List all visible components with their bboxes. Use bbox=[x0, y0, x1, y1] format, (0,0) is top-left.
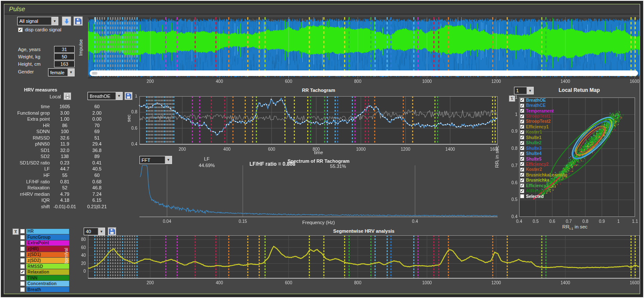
segment-legend-item[interactable]: ExtraPoint bbox=[20, 240, 69, 246]
checkbox-icon[interactable]: ✓ bbox=[520, 109, 524, 113]
segment-legend-item[interactable]: Breath bbox=[20, 286, 69, 292]
checkbox-icon[interactable]: ✓ bbox=[520, 125, 524, 129]
returnmap-legend-item[interactable]: Selected bbox=[520, 194, 568, 199]
checkbox-icon[interactable]: ✓ bbox=[20, 270, 25, 274]
height-field[interactable] bbox=[54, 61, 75, 67]
signal-select[interactable]: All signal ▼ bbox=[17, 17, 58, 25]
checkbox-icon[interactable]: ✓ bbox=[520, 183, 524, 188]
checkbox-icon[interactable]: ✓ bbox=[18, 27, 23, 32]
checkbox-icon[interactable]: ✓ bbox=[520, 167, 524, 172]
checkbox-icon[interactable]: ✓ bbox=[520, 98, 524, 102]
segment-legend-label: z(SD2) bbox=[26, 258, 69, 263]
hrv-row-other: 89 bbox=[78, 154, 116, 160]
segment-legend-xbar-button[interactable]: x̅ bbox=[12, 228, 19, 235]
copy-measures-button[interactable] bbox=[63, 92, 71, 100]
segment-legend-item[interactable]: z(HR) bbox=[20, 246, 69, 252]
weight-field[interactable] bbox=[54, 53, 75, 60]
returnmap-legend-item[interactable]: ✓StroopTest2 bbox=[520, 119, 568, 124]
checkbox-icon[interactable]: ✓ bbox=[520, 162, 524, 166]
checkbox-icon[interactable] bbox=[20, 287, 25, 292]
chevron-down-icon[interactable]: ▼ bbox=[115, 92, 122, 100]
checkbox-icon[interactable] bbox=[20, 264, 25, 269]
segment-legend-item[interactable]: RMSSD bbox=[20, 263, 69, 269]
returnmap-legend-item[interactable]: ✓Shulte5 bbox=[520, 156, 568, 161]
segment-legend-item[interactable]: z(SD1) bbox=[20, 252, 69, 258]
xbar-icon: x̅ bbox=[15, 229, 17, 234]
segment-legend-item[interactable]: ✓Relaxation bbox=[20, 269, 69, 275]
disp-cardio-checkbox[interactable]: ✓ disp cardio signal bbox=[18, 27, 61, 32]
age-field[interactable] bbox=[54, 46, 75, 53]
returnmap-legend-item[interactable]: ✓Koster1 bbox=[520, 130, 568, 135]
save-signal-button[interactable] bbox=[73, 16, 83, 26]
returnmap-legend-label: Efficiency2 bbox=[526, 162, 549, 167]
compare-record-select[interactable]: BreathOE ▼ bbox=[88, 92, 123, 100]
hrv-row-local: 100 bbox=[51, 129, 78, 135]
segment-legend-label: ExtraPoint bbox=[26, 240, 69, 246]
hrv-row-local: 32.0 bbox=[51, 148, 78, 154]
checkbox-icon[interactable]: ✓ bbox=[520, 119, 524, 124]
signal-scrollbar[interactable]: ∷ bbox=[90, 70, 638, 76]
checkbox-icon[interactable] bbox=[20, 276, 25, 280]
checkbox-icon[interactable]: ✓ bbox=[520, 157, 524, 161]
hrv-row-local: 4.79 bbox=[51, 192, 78, 198]
segmentwise-y-label: bpm/val bbox=[63, 243, 69, 269]
chevron-down-icon[interactable]: ▼ bbox=[51, 17, 58, 25]
checkbox-icon[interactable]: ✓ bbox=[520, 178, 524, 182]
segment-legend-item[interactable]: z(SD2) bbox=[20, 258, 69, 264]
segment-legend-item[interactable]: HR bbox=[20, 228, 69, 234]
returnmap-legend-item[interactable]: ✓Efficiency1 bbox=[520, 124, 568, 129]
hrv-row-other: 36.8 bbox=[78, 148, 116, 154]
hrv-row-label: Functional grop bbox=[7, 110, 51, 117]
hrv-row-label: HR bbox=[7, 123, 51, 129]
segment-legend-label: HR bbox=[26, 229, 69, 234]
checkbox-icon[interactable] bbox=[20, 252, 25, 257]
checkbox-icon[interactable] bbox=[20, 240, 25, 245]
checkbox-icon[interactable] bbox=[520, 194, 524, 198]
returnmap-legend-item[interactable]: ✓BrusnichkaLearning bbox=[520, 172, 568, 177]
returnmap-legend-item[interactable]: ✓Efficiency3 bbox=[520, 183, 568, 188]
returnmap-legend-item[interactable]: ✓Shulte2 bbox=[520, 140, 568, 146]
returnmap-legend-item[interactable]: ✓StroopTest1 bbox=[520, 113, 568, 119]
returnmap-legend-item[interactable]: ✓AllRecord bbox=[520, 188, 568, 193]
checkbox-icon[interactable]: ✓ bbox=[520, 189, 524, 193]
hrv-row-label: HF bbox=[7, 173, 51, 179]
returnmap-legend-item[interactable]: ✓Shulte1 bbox=[520, 135, 568, 140]
chevron-down-icon[interactable]: ▼ bbox=[67, 69, 74, 76]
checkbox-icon[interactable]: ✓ bbox=[520, 103, 524, 108]
returnmap-y-label: RRi in sec bbox=[494, 127, 500, 187]
checkbox-icon[interactable]: ✓ bbox=[520, 152, 524, 156]
segment-legend-item[interactable]: Concentration bbox=[20, 281, 69, 287]
returnmap-legend-item[interactable]: ✓Koster2 bbox=[520, 167, 568, 172]
checkbox-icon[interactable] bbox=[20, 246, 25, 251]
checkbox-icon[interactable] bbox=[20, 229, 25, 234]
returnmap-legend-item[interactable]: ✓Shulte3 bbox=[520, 146, 568, 151]
hrv-row-local: 3.00 bbox=[51, 110, 78, 117]
hrv-row-local: 4.18 bbox=[51, 198, 78, 204]
segment-legend-item[interactable]: TINN bbox=[20, 275, 69, 281]
checkbox-icon[interactable]: ✓ bbox=[520, 141, 524, 145]
returnmap-legend-item[interactable]: ✓Efficiency2 bbox=[520, 161, 568, 167]
gender-select[interactable]: female ▼ bbox=[48, 68, 75, 76]
checkbox-icon[interactable] bbox=[20, 281, 25, 286]
checkbox-icon[interactable]: ✓ bbox=[520, 173, 524, 177]
returnmap-legend-item[interactable]: ✓Brusnichka bbox=[520, 178, 568, 183]
segment-legend-label: TINN bbox=[26, 275, 69, 281]
returnmap-legend-label: BreathOE bbox=[526, 98, 546, 103]
checkbox-icon[interactable]: ✓ bbox=[520, 130, 524, 134]
returnmap-legend-item[interactable]: ✓Temperament bbox=[520, 108, 568, 113]
returnmap-legend-item[interactable]: ✓BreathOE bbox=[520, 97, 568, 103]
segmentwise-title: Segmentwise HRV analysis bbox=[88, 228, 640, 234]
hrv-row-other: 69 bbox=[78, 129, 116, 135]
returnmap-legend-item[interactable]: ✓Shulte4 bbox=[520, 151, 568, 156]
segment-legend-label: FuncGroup bbox=[26, 234, 69, 240]
checkbox-icon[interactable]: ✓ bbox=[520, 135, 524, 140]
load-signal-button[interactable] bbox=[62, 16, 71, 26]
scrollbar-grip-icon[interactable]: ∷ bbox=[92, 72, 97, 75]
returnmap-legend-label: StroopTest2 bbox=[526, 119, 551, 124]
checkbox-icon[interactable] bbox=[20, 235, 25, 240]
checkbox-icon[interactable] bbox=[20, 258, 25, 263]
checkbox-icon[interactable]: ✓ bbox=[520, 114, 524, 119]
segment-legend-item[interactable]: FuncGroup bbox=[20, 234, 69, 240]
checkbox-icon[interactable]: ✓ bbox=[520, 146, 524, 150]
returnmap-legend-item[interactable]: ✓BreathCE bbox=[520, 103, 568, 108]
